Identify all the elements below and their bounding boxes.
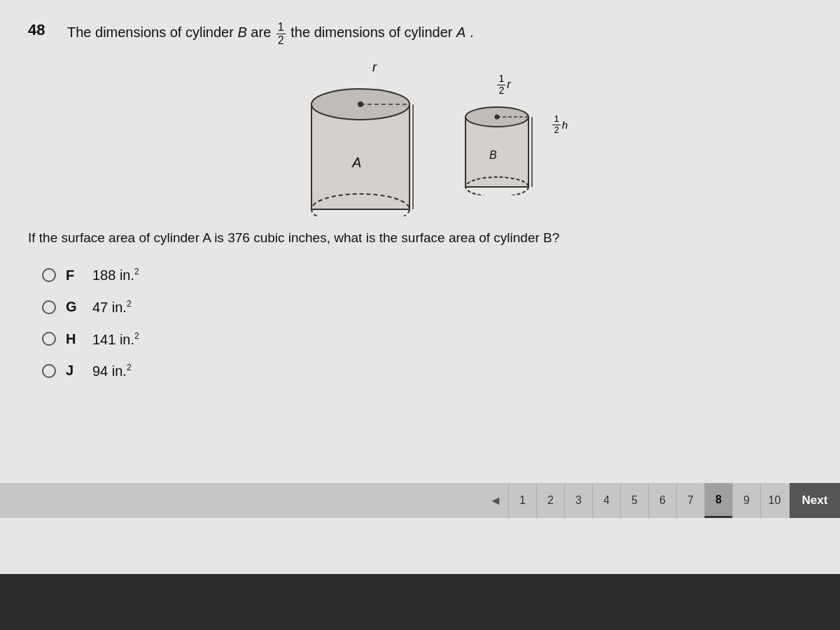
page-btn-4[interactable]: 4	[592, 483, 620, 518]
option-j-value: 94 in.2	[92, 363, 132, 379]
bottom-navigation-bar: ◄ 1 2 3 4 5 6 7 8 9 10 Next	[0, 483, 840, 518]
cylinder-b-wrapper: 1 2 r B	[458, 74, 536, 195]
option-h[interactable]: H 141 in.2	[42, 331, 812, 348]
option-j-letter: J	[66, 363, 83, 379]
main-content: 48 The dimensions of cylinder B are 1 2 …	[0, 0, 840, 574]
q-suffix: the dimensions of cylinder	[290, 24, 452, 40]
cylinder-a-wrapper: r h A	[304, 60, 416, 216]
svg-text:A: A	[351, 155, 361, 170]
fraction: 1 2	[276, 21, 286, 46]
page-btn-7[interactable]: 7	[676, 483, 704, 518]
cylinder-a-svg: h A	[304, 76, 416, 216]
option-g-letter: G	[66, 299, 83, 315]
option-g[interactable]: G 47 in.2	[42, 299, 812, 316]
q-middle: are	[251, 24, 271, 40]
page-btn-1[interactable]: 1	[508, 483, 536, 518]
svg-text:B: B	[489, 149, 497, 161]
option-g-value: 47 in.2	[92, 299, 132, 316]
page-btn-10[interactable]: 10	[760, 483, 788, 518]
option-f-value: 188 in.2	[92, 267, 139, 284]
option-f-letter: F	[66, 267, 83, 284]
question-text: The dimensions of cylinder B are 1 2 the…	[67, 21, 474, 46]
question-header: 48 The dimensions of cylinder B are 1 2 …	[28, 21, 812, 46]
radio-j[interactable]	[42, 364, 56, 378]
answer-options: F 188 in.2 G 47 in.2 H 141 in.2 J 94 in.…	[42, 267, 812, 379]
radio-g[interactable]	[42, 300, 56, 314]
r-label-above-a: r	[372, 60, 377, 75]
cylinders-area: r h A	[28, 60, 812, 216]
nav-arrow-left[interactable]: ◄	[483, 483, 508, 518]
q-period: .	[470, 24, 474, 40]
page-btn-8[interactable]: 8	[704, 483, 732, 518]
fraction-denominator: 2	[276, 34, 286, 47]
sub-question: If the surface area of cylinder A is 376…	[28, 230, 812, 246]
question-number: 48	[28, 21, 56, 39]
page-btn-5[interactable]: 5	[620, 483, 648, 518]
option-h-value: 141 in.2	[92, 331, 139, 348]
q-a-label: A	[456, 24, 465, 40]
fraction-numerator: 1	[276, 21, 286, 34]
cylinder-b-svg: B	[458, 97, 536, 195]
option-f[interactable]: F 188 in.2	[42, 267, 812, 284]
bottom-dark-bar	[0, 574, 840, 630]
next-button[interactable]: Next	[790, 483, 840, 518]
page-btn-9[interactable]: 9	[732, 483, 760, 518]
q-prefix: The dimensions of cylinder	[67, 24, 234, 40]
option-h-letter: H	[66, 331, 83, 347]
option-j[interactable]: J 94 in.2	[42, 363, 812, 379]
page-btn-2[interactable]: 2	[536, 483, 564, 518]
page-nav: ◄ 1 2 3 4 5 6 7 8 9 10 Next	[483, 483, 840, 518]
page-btn-3[interactable]: 3	[564, 483, 592, 518]
page-btn-6[interactable]: 6	[648, 483, 676, 518]
radio-h[interactable]	[42, 332, 56, 346]
q-b-label: B	[237, 24, 251, 40]
radio-f[interactable]	[42, 268, 56, 282]
